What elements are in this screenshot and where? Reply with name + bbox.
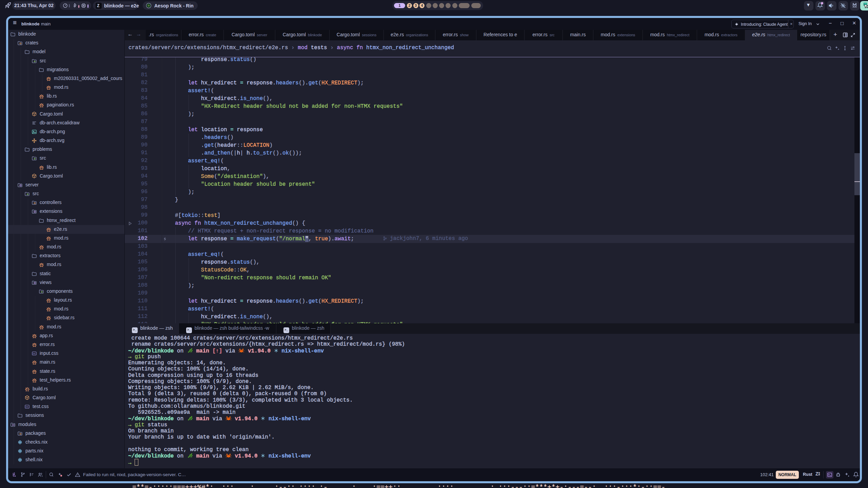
svg-text:css: css [26,406,28,408]
svg-text:css: css [33,352,36,354]
